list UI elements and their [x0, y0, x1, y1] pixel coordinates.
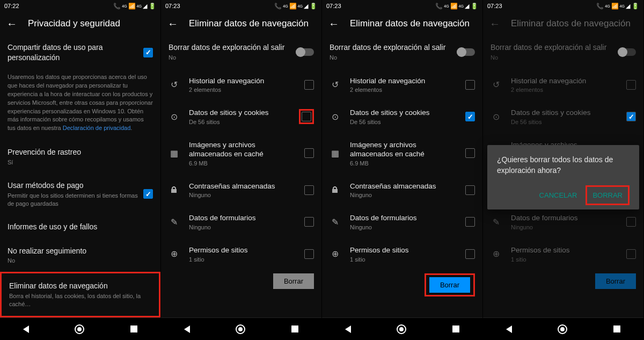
nav-back-icon[interactable]	[345, 325, 351, 333]
history-icon: ↺	[491, 79, 501, 90]
dnt-row[interactable]: No realizar seguimiento No	[0, 239, 160, 272]
passwords-row[interactable]: 🔒︎ Contraseñas almacenadasNinguno	[161, 174, 321, 206]
history-row[interactable]: ↺ Historial de navegación2 elementos	[322, 69, 482, 101]
clear-button[interactable]: Borrar	[273, 273, 314, 289]
content: Borrar datos de exploración al salir No …	[322, 35, 482, 317]
lock-icon: 🔒︎	[169, 185, 179, 196]
formdata-row[interactable]: ✎ Datos de formulariosNinguno	[161, 206, 321, 238]
globe-icon: ⊕	[491, 249, 501, 259]
nav-recent-icon[interactable]	[130, 325, 137, 332]
exit-toggle[interactable]	[457, 48, 475, 56]
share-checkbox[interactable]	[143, 48, 153, 57]
cookies-row[interactable]: ⊙ Datos de sitios y cookiesDe 56 sitios	[161, 100, 321, 133]
status-bar: 07:23 📞4G 📶 4G◢ 🔋	[161, 0, 321, 12]
nav-back-icon[interactable]	[506, 325, 512, 333]
cookies-row[interactable]: ⊙ Datos de sitios y cookiesDe 56 sitios	[322, 100, 482, 133]
permissions-row: ⊕ Permisos de sitios1 sitio	[483, 238, 643, 270]
clear-on-exit-row[interactable]: Borrar datos de exploración al salir No	[322, 35, 482, 69]
history-checkbox[interactable]	[465, 80, 475, 90]
cache-checkbox[interactable]	[304, 148, 314, 158]
nav-home-icon[interactable]	[397, 324, 406, 334]
reports-row[interactable]: Informes de uso y de fallos	[0, 215, 160, 239]
exit-toggle[interactable]	[296, 48, 314, 56]
confirm-dialog: ¿Quieres borrar todos los datos de explo…	[487, 145, 639, 209]
share-data-row[interactable]: Compartir datos de uso para personalizac…	[0, 35, 160, 70]
status-time: 07:23	[326, 3, 341, 9]
formdata-checkbox[interactable]	[465, 217, 475, 227]
cookies-checkbox[interactable]	[465, 112, 475, 121]
permissions-checkbox[interactable]	[304, 249, 314, 259]
permissions-checkbox	[626, 249, 636, 259]
back-icon: ←	[489, 18, 500, 30]
clear-on-exit-row[interactable]: Borrar datos de exploración al salir No	[161, 35, 321, 69]
navbar	[0, 317, 160, 340]
button-row: Borrar	[483, 270, 643, 294]
cookies-checkbox[interactable]	[302, 112, 311, 121]
pencil-icon: ✎	[491, 216, 501, 227]
passwords-checkbox[interactable]	[465, 185, 475, 195]
button-row: Borrar	[161, 270, 321, 294]
nav-home-icon[interactable]	[75, 324, 84, 334]
cache-row[interactable]: ▦ Imágenes y archivos almacenados en cac…	[161, 133, 321, 174]
status-icons: 📞4G 📶 4G◢ 🔋	[113, 3, 156, 10]
clear-button: Borrar	[595, 273, 636, 289]
passwords-checkbox[interactable]	[304, 185, 314, 195]
cookie-icon: ⊙	[491, 111, 501, 122]
nav-home-icon[interactable]	[236, 324, 245, 334]
nav-recent-icon[interactable]	[613, 325, 620, 332]
share-description: Usaremos los datos que proporcionas acer…	[0, 70, 160, 141]
header: ← Eliminar datos de navegación	[483, 12, 643, 35]
cache-checkbox[interactable]	[465, 148, 475, 158]
page-title: Privacidad y seguridad	[28, 18, 120, 29]
pencil-icon: ✎	[330, 216, 340, 227]
nav-back-icon[interactable]	[184, 325, 190, 333]
navbar	[322, 317, 482, 340]
back-icon[interactable]: ←	[6, 18, 17, 30]
nav-recent-icon[interactable]	[291, 325, 298, 332]
clear-button[interactable]: Borrar	[429, 277, 470, 293]
header: ← Privacidad y seguridad	[0, 12, 160, 35]
dialog-actions: CANCELAR BORRAR	[497, 185, 630, 205]
back-icon[interactable]: ←	[328, 18, 339, 30]
image-icon: ▦	[330, 148, 340, 158]
status-bar: 07:23 📞4G 📶 4G◢ 🔋	[483, 0, 643, 12]
status-bar: 07:22 📞4G 📶 4G◢ 🔋	[0, 0, 160, 12]
content: Compartir datos de uso para personalizac…	[0, 35, 160, 317]
nav-home-icon[interactable]	[558, 324, 567, 334]
permissions-row[interactable]: ⊕ Permisos de sitios1 sitio	[161, 238, 321, 270]
nav-back-icon[interactable]	[23, 325, 29, 333]
permissions-checkbox[interactable]	[465, 249, 475, 259]
cookie-icon: ⊙	[330, 111, 340, 122]
payment-checkbox[interactable]	[143, 189, 153, 199]
cookies-row: ⊙ Datos de sitios y cookiesDe 56 sitios	[483, 100, 643, 133]
screen-privacy: 07:22 📞4G 📶 4G◢ 🔋 ← Privacidad y segurid…	[0, 0, 161, 340]
history-checkbox[interactable]	[304, 80, 314, 90]
cancel-button[interactable]: CANCELAR	[534, 185, 583, 205]
navbar	[161, 317, 321, 340]
permissions-row[interactable]: ⊕ Permisos de sitios1 sitio	[322, 238, 482, 270]
page-title: Eliminar datos de navegación	[350, 18, 470, 29]
cache-row[interactable]: ▦ Imágenes y archivos almacenados en cac…	[322, 133, 482, 174]
lock-icon: 🔒︎	[330, 185, 340, 196]
confirm-button[interactable]: BORRAR	[587, 187, 628, 204]
formdata-checkbox[interactable]	[304, 217, 314, 227]
header: ← Eliminar datos de navegación	[161, 12, 321, 35]
passwords-row[interactable]: 🔒︎ Contraseñas almacenadasNinguno	[322, 174, 482, 206]
history-row[interactable]: ↺ Historial de navegación2 elementos	[161, 69, 321, 101]
header: ← Eliminar datos de navegación	[322, 12, 482, 35]
history-icon: ↺	[330, 79, 340, 90]
button-row: Borrar	[322, 270, 482, 302]
back-icon[interactable]: ←	[167, 18, 178, 30]
formdata-row[interactable]: ✎ Datos de formulariosNinguno	[322, 206, 482, 238]
cookies-checkbox	[626, 112, 636, 121]
exit-toggle	[618, 48, 636, 56]
history-icon: ↺	[169, 79, 179, 90]
clear-data-row[interactable]: Eliminar datos de navegación Borra el hi…	[0, 272, 160, 317]
history-checkbox	[626, 80, 636, 90]
privacy-link[interactable]: Declaración de privacidad	[63, 125, 131, 131]
nav-recent-icon[interactable]	[452, 325, 459, 332]
screen-clear-checked: 07:23 📞4G 📶 4G◢ 🔋 ← Eliminar datos de na…	[322, 0, 483, 340]
payment-row[interactable]: Usar métodos de pago Permitir que los si…	[0, 173, 160, 215]
cookie-icon: ⊙	[169, 111, 179, 122]
tracking-row[interactable]: Prevención de rastreo Sí	[0, 140, 160, 173]
